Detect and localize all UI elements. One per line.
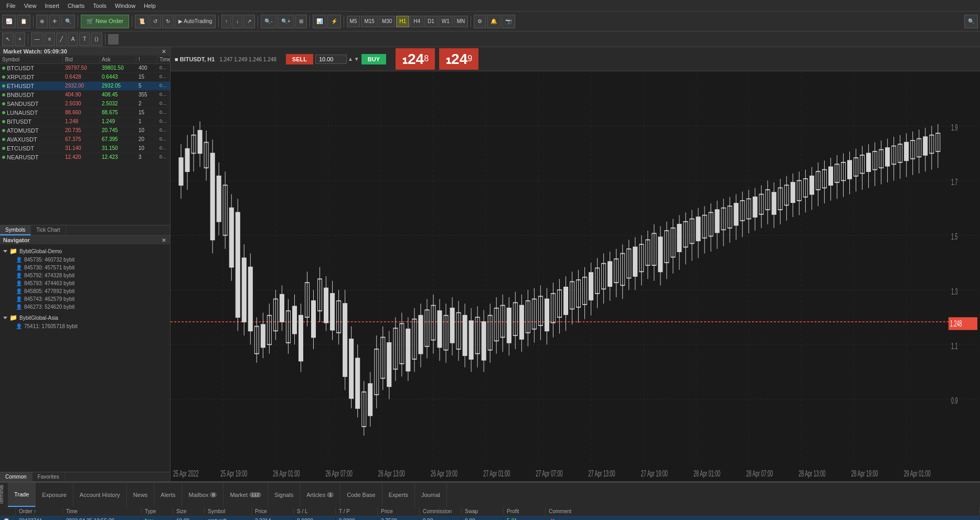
menu-insert[interactable]: Insert — [40, 2, 63, 10]
mw-row-etcusdt[interactable]: ETCUSDT 31.140 31.150 10 05:09:28 — [0, 144, 170, 153]
mw-row-ethusdt[interactable]: ETHUSDT 2932.00 2932.05 5 05:09:25 — [0, 82, 170, 91]
nav-group-header-asia[interactable]: 📁 BybitGlobal-Asia — [1, 313, 169, 322]
tab-journal[interactable]: Journal — [415, 483, 447, 507]
tf-h1[interactable]: H1 — [396, 16, 409, 27]
menu-file[interactable]: File — [2, 2, 20, 10]
mw-row-lunausdt[interactable]: LUNAUSDT 88.660 88.675 15 05:09:29 — [0, 109, 170, 117]
tf-m30[interactable]: M30 — [379, 16, 395, 27]
grid-btn[interactable]: ⊞ — [295, 15, 307, 28]
tf-h4[interactable]: H4 — [410, 16, 423, 27]
tab-alerts[interactable]: Alerts — [154, 483, 182, 507]
tab-code-base[interactable]: Code Base — [340, 483, 382, 507]
plus-draw-btn[interactable]: + — [15, 32, 25, 46]
mw-bid-1: 0.6428 — [63, 73, 100, 81]
navigator-close[interactable]: ✕ — [161, 237, 167, 243]
amount-arrow-down[interactable]: ▼ — [354, 56, 359, 62]
order-row-1[interactable]: 📋 22433741 2022.04.25 10:55:38 buy 10.00… — [0, 516, 980, 520]
label-draw-btn[interactable]: T — [79, 32, 90, 46]
new-chart-btn[interactable]: 📈 — [2, 15, 16, 28]
menu-charts[interactable]: Charts — [63, 2, 89, 10]
menu-tools[interactable]: Tools — [89, 2, 111, 10]
tf-mn[interactable]: MN — [454, 16, 468, 27]
nav-child-demo-0[interactable]: 👤845735: 460732 bybit — [1, 256, 169, 264]
history-btn[interactable]: 📜 — [135, 15, 148, 28]
nav-tab-favorites[interactable]: Favorites — [33, 472, 65, 481]
nav-child-demo-5[interactable]: 👤845743: 462579 bybit — [1, 295, 169, 303]
mw-row-btcusdt[interactable]: BTCUSDT 39797.50 39801.50 400 05:09:29 — [0, 64, 170, 73]
tab-mailbox[interactable]: Mailbox 8 — [182, 483, 223, 507]
amount-arrow-up[interactable]: ▲ — [348, 56, 353, 62]
settings-btn[interactable]: ⚙ — [474, 15, 486, 28]
sell-price-display[interactable]: ₁248 — [396, 48, 435, 70]
mw-row-bitusdt[interactable]: BITUSDT 1.248 1.249 1 05:09:12 — [0, 117, 170, 126]
diagonal-draw-btn[interactable]: ╱ — [56, 32, 67, 46]
mw-ask-3: 408.45 — [100, 91, 136, 99]
tab-experts[interactable]: Experts — [382, 483, 415, 507]
mw-tab-symbols[interactable]: Symbols — [0, 225, 31, 235]
color-draw-btn[interactable] — [108, 34, 119, 45]
strategy-btn[interactable]: ⚡ — [327, 15, 341, 28]
line-draw-btn[interactable]: — — [31, 32, 44, 46]
menu-view[interactable]: View — [20, 2, 41, 10]
tf-d1[interactable]: D1 — [424, 16, 438, 27]
indicator-btn[interactable]: 📊 — [313, 15, 326, 28]
market-watch-close[interactable]: ✕ — [161, 49, 167, 55]
mw-row-atomusdt[interactable]: ATOMUSDT 20.735 20.745 10 05:09:26 — [0, 126, 170, 135]
mw-tab-tick[interactable]: Tick Chart — [31, 225, 66, 235]
chart-down-btn[interactable]: ↓ — [232, 15, 242, 28]
new-order-btn[interactable]: 🛒 New Order — [81, 15, 129, 28]
svg-rect-139 — [545, 299, 549, 331]
chart-up-btn[interactable]: ↑ — [221, 15, 231, 28]
autotrading-btn[interactable]: ▶ AutoTrading — [175, 15, 216, 28]
text-draw-btn[interactable]: A — [68, 32, 79, 46]
tab-signals[interactable]: Signals — [268, 483, 300, 507]
nav-child-demo-4[interactable]: 👤845805: 477892 bybit — [1, 287, 169, 295]
buy-button[interactable]: BUY — [361, 54, 386, 64]
menu-help[interactable]: Help — [140, 2, 160, 10]
mw-row-nearusdt[interactable]: NEARUSDT 12.420 12.423 3 05:09:30 — [0, 153, 170, 162]
hline-draw-btn[interactable]: ≡ — [45, 32, 55, 46]
tab-news[interactable]: News — [127, 483, 155, 507]
search-btn[interactable]: 🔍 — [964, 15, 978, 28]
reload-btn[interactable]: ↻ — [162, 15, 174, 28]
fibo-draw-btn[interactable]: ⟨⟩ — [91, 32, 102, 46]
chart-canvas[interactable]: 25 Apr 2022 25 Apr 19:00 26 Apr 01:00 26… — [171, 71, 980, 481]
cursor-btn[interactable]: ⊕ — [36, 15, 48, 28]
buy-price-display[interactable]: ₁249 — [439, 48, 478, 70]
tab-trade[interactable]: Trade — [8, 483, 36, 507]
nav-group-header-demo[interactable]: 📁 BybitGlobal-Demo — [1, 246, 169, 256]
tab-account-history[interactable]: Account History — [73, 483, 127, 507]
tab-articles[interactable]: Articles 1 — [300, 483, 340, 507]
zoom-btn[interactable]: 🔍 — [61, 15, 75, 28]
diagonal-btn[interactable]: ↗ — [243, 15, 255, 28]
mw-spread-4: 2 — [136, 100, 157, 108]
trade-amount-input[interactable] — [315, 55, 347, 64]
tf-w1[interactable]: W1 — [439, 16, 453, 27]
cursor-draw-btn[interactable]: ↖ — [2, 32, 14, 46]
crosshair-btn[interactable]: ✛ — [49, 15, 60, 28]
order-close-1[interactable]: ✕ — [546, 516, 980, 520]
mw-row-sandusdt[interactable]: SANDUSDT 2.5030 2.5032 2 05:09:21 — [0, 100, 170, 109]
tab-market[interactable]: Market 112 — [223, 483, 268, 507]
tab-exposure[interactable]: Exposure — [36, 483, 73, 507]
zoom-out-btn[interactable]: 🔍- — [261, 15, 276, 28]
nav-tab-common[interactable]: Common — [0, 472, 33, 481]
nav-child-demo-1[interactable]: 👤845730: 457571 bybit — [1, 264, 169, 272]
back-btn[interactable]: ↺ — [150, 15, 161, 28]
tf-m15[interactable]: M15 — [361, 16, 377, 27]
nav-child-demo-2[interactable]: 👤845792: 474328 bybit — [1, 272, 169, 279]
terminal-tab[interactable]: Terminal — [0, 483, 5, 507]
nav-child-demo-6[interactable]: 👤846273: 524620 bybit — [1, 303, 169, 311]
mw-row-avaxusdt[interactable]: AVAXUSDT 67.375 67.395 20 05:09:28 — [0, 135, 170, 144]
nav-child-demo-3[interactable]: 👤845793: 474463 bybit — [1, 279, 169, 287]
mw-row-bnbusdt[interactable]: BNBUSDT 404.90 408.45 355 05:09:27 — [0, 91, 170, 100]
mw-row-xrpusdt[interactable]: XRPUSDT 0.6428 0.6443 15 05:09:00 — [0, 73, 170, 82]
template-btn[interactable]: 📋 — [17, 15, 30, 28]
nav-child-asia-1[interactable]: 👤 75411: 17605718 bybit — [1, 322, 169, 330]
alerts-btn[interactable]: 🔔 — [487, 15, 500, 28]
zoom-in-btn[interactable]: 🔍+ — [278, 15, 294, 28]
menu-window[interactable]: Window — [111, 2, 140, 10]
screenshot-btn[interactable]: 📷 — [502, 15, 515, 28]
sell-button[interactable]: SELL — [286, 54, 313, 64]
tf-m5[interactable]: M5 — [347, 16, 360, 27]
